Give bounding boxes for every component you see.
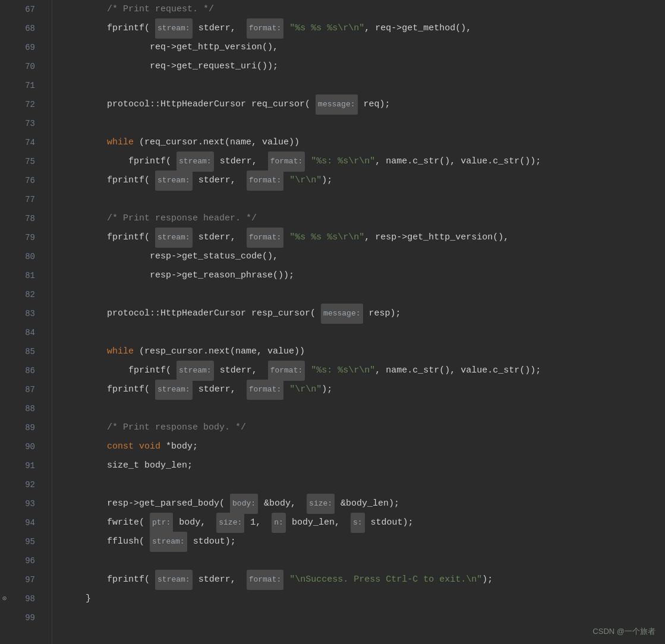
line-87: 87 [0, 380, 41, 399]
line-85: 85 [0, 342, 41, 361]
code-line-81: resp->get_reason_phrase()); [64, 266, 665, 285]
line-83: 83 [0, 304, 41, 323]
line-84: 84 [0, 323, 41, 342]
code-line-86: fprintf( stream: stderr, format: "%s: %s… [64, 361, 665, 380]
line-93: 93 [0, 494, 41, 513]
line-96: 96 [0, 551, 41, 570]
line-71: 71 [0, 76, 41, 95]
line-92: 92 [0, 475, 41, 494]
code-line-85: while (resp_cursor.next(name, value)) [64, 342, 665, 361]
code-line-98: } [64, 589, 665, 608]
code-line-96 [64, 551, 665, 570]
line-90: 90 [0, 437, 41, 456]
code-line-99 [64, 608, 665, 627]
code-line-82 [64, 285, 665, 304]
line-75: 75 [0, 152, 41, 171]
code-line-74: while (req_cursor.next(name, value)) [64, 133, 665, 152]
code-line-79: fprintf( stream: stderr, format: "%s %s … [64, 228, 665, 247]
line-77: 77 [0, 190, 41, 209]
line-99: 99 [0, 608, 41, 627]
code-line-84 [64, 323, 665, 342]
code-line-70: req->get_request_uri()); [64, 57, 665, 76]
code-line-73 [64, 114, 665, 133]
code-line-80: resp->get_status_code(), [64, 247, 665, 266]
code-line-89: /* Print response body. */ [64, 418, 665, 437]
code-line-95: fflush( stream: stdout); [64, 532, 665, 551]
code-content[interactable]: /* Print request. */ fprintf( stream: st… [52, 0, 665, 644]
line-74: 74 [0, 133, 41, 152]
code-line-97: fprintf( stream: stderr, format: "\nSucc… [64, 570, 665, 589]
line-91: 91 [0, 456, 41, 475]
code-line-83: protocol::HttpHeaderCursor resp_cursor( … [64, 304, 665, 323]
line-67: 67 [0, 0, 41, 19]
code-line-91: size_t body_len; [64, 456, 665, 475]
code-line-90: const void *body; [64, 437, 665, 456]
line-76: 76 [0, 171, 41, 190]
line-98: ⊙98 [0, 589, 41, 608]
code-line-77 [64, 190, 665, 209]
line-78: 78 [0, 209, 41, 228]
code-line-71 [64, 76, 665, 95]
line-numbers: 67 68 69 70 71 72 73 74 75 76 77 78 79 8… [0, 0, 52, 644]
code-line-88 [64, 399, 665, 418]
code-line-92 [64, 475, 665, 494]
code-line-78: /* Print response header. */ [64, 209, 665, 228]
code-line-75: fprintf( stream: stderr, format: "%s: %s… [64, 152, 665, 171]
code-line-69: req->get_http_version(), [64, 38, 665, 57]
line-89: 89 [0, 418, 41, 437]
watermark: CSDN @一个旅者 [592, 626, 655, 637]
line-73: 73 [0, 114, 41, 133]
line-79: 79 [0, 228, 41, 247]
code-line-68: fprintf( stream: stderr, format: "%s %s … [64, 19, 665, 38]
line-68: 68 [0, 19, 41, 38]
line-82: 82 [0, 285, 41, 304]
line-94: 94 [0, 513, 41, 532]
line-70: 70 [0, 57, 41, 76]
line-95: 95 [0, 532, 41, 551]
code-line-87: fprintf( stream: stderr, format: "\r\n")… [64, 380, 665, 399]
line-97: 97 [0, 570, 41, 589]
code-line-93: resp->get_parsed_body( body: &body, size… [64, 494, 665, 513]
line-80: 80 [0, 247, 41, 266]
code-line-67: /* Print request. */ [64, 0, 665, 19]
code-editor: 67 68 69 70 71 72 73 74 75 76 77 78 79 8… [0, 0, 665, 644]
code-line-94: fwrite( ptr: body, size: 1, n: body_len,… [64, 513, 665, 532]
line-81: 81 [0, 266, 41, 285]
code-line-76: fprintf( stream: stderr, format: "\r\n")… [64, 171, 665, 190]
line-88: 88 [0, 399, 41, 418]
line-69: 69 [0, 38, 41, 57]
code-line-72: protocol::HttpHeaderCursor req_cursor( m… [64, 95, 665, 114]
line-86: 86 [0, 361, 41, 380]
line-72: 72 [0, 95, 41, 114]
